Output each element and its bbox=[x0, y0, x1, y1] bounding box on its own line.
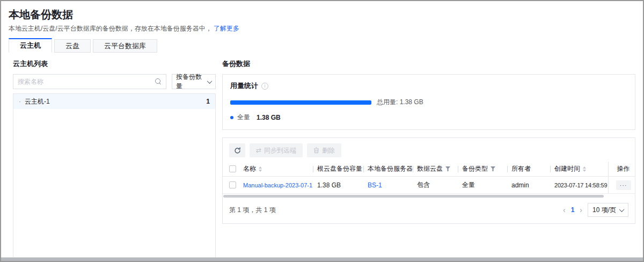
usage-title-row: 用量统计 bbox=[230, 81, 627, 91]
sort-by-backup-count-dropdown[interactable]: 按备份数量 bbox=[172, 74, 216, 89]
column-header-root-disk-capacity[interactable]: 根云盘备份容量 bbox=[313, 162, 363, 176]
prev-page-button[interactable]: ‹ bbox=[563, 206, 566, 214]
pager-controls: ‹ 1 › 10 项/页 bbox=[563, 203, 628, 217]
usage-progress-bar bbox=[230, 100, 371, 105]
host-list-item[interactable]: · 云主机-1 1 bbox=[13, 94, 215, 109]
host-backup-count: 1 bbox=[206, 98, 210, 105]
sync-button-label: 同步到远端 bbox=[264, 146, 296, 155]
window-horizontal-scrollbar[interactable] bbox=[1, 257, 643, 261]
host-list-panel: 云主机列表 按备份数量 · 云主机-1 1 bbox=[13, 59, 216, 262]
select-all-cell bbox=[223, 162, 239, 176]
info-icon[interactable] bbox=[261, 83, 268, 90]
page-size-label: 10 项/页 bbox=[592, 206, 616, 215]
filter-icon[interactable] bbox=[491, 166, 495, 171]
tab-label: 云平台数据库 bbox=[104, 41, 146, 51]
row-backup-type-cell: 全量 bbox=[458, 177, 507, 193]
delete-button[interactable]: 删除 bbox=[307, 143, 341, 157]
delete-button-label: 删除 bbox=[322, 146, 335, 155]
tab-cloud-host[interactable]: 云主机 bbox=[9, 38, 52, 53]
column-label: 根云盘备份容量 bbox=[317, 164, 362, 173]
sync-icon: ⇄ bbox=[256, 147, 261, 154]
next-page-button[interactable]: › bbox=[580, 206, 582, 214]
page-number-1[interactable]: 1 bbox=[571, 206, 575, 214]
pagination-summary: 第 1 项，共 1 项 bbox=[229, 206, 276, 215]
refresh-button[interactable] bbox=[229, 143, 245, 157]
row-created-cell: 2023-07-17 14:58:59 bbox=[550, 177, 608, 193]
select-all-checkbox[interactable] bbox=[229, 165, 236, 172]
column-header-actions: 操作 bbox=[608, 162, 638, 176]
row-size-cell: 1.38 GB bbox=[313, 177, 363, 193]
usage-stats-heading: 用量统计 bbox=[230, 81, 258, 91]
column-label: 本地备份服务器 bbox=[368, 164, 413, 173]
backup-table-card: ⇄ 同步到远端 删除 bbox=[222, 137, 635, 224]
sync-to-remote-button[interactable]: ⇄ 同步到远端 bbox=[250, 143, 303, 157]
row-actions-cell: ··· bbox=[608, 177, 638, 193]
host-list-controls: 按备份数量 bbox=[13, 74, 216, 89]
tabs-bar: 云主机 云盘 云平台数据库 bbox=[9, 38, 634, 53]
backup-server-link[interactable]: BS-1 bbox=[368, 181, 382, 189]
column-header-created-time[interactable]: 创建时间 bbox=[550, 162, 608, 176]
column-label: 所有者 bbox=[511, 164, 531, 173]
chevron-down-icon bbox=[619, 207, 625, 212]
pagination-bar: 第 1 项，共 1 项 ‹ 1 › 10 项/页 bbox=[223, 198, 635, 223]
legend-value: 1.38 GB bbox=[257, 114, 281, 121]
row-checkbox-cell bbox=[223, 177, 239, 193]
row-data-disk-cell: 包含 bbox=[413, 177, 458, 193]
page-title: 本地备份数据 bbox=[9, 8, 634, 21]
sort-icon[interactable] bbox=[259, 166, 262, 172]
host-list: · 云主机-1 1 bbox=[13, 93, 216, 262]
filter-icon[interactable] bbox=[445, 166, 450, 171]
column-header-name[interactable]: 名称 bbox=[239, 162, 313, 176]
usage-legend: 全量 1.38 GB bbox=[230, 113, 627, 122]
usage-total-label: 总用量: 1.38 GB bbox=[377, 98, 423, 107]
page-subtitle: 本地云主机/云盘/云平台数据库的备份数据，存放在本地备份服务器中， 了解更多 bbox=[9, 24, 634, 33]
legend-label: 全量 bbox=[237, 113, 250, 122]
search-input[interactable] bbox=[18, 78, 155, 85]
column-header-local-backup-server: 本地备份服务器 bbox=[363, 162, 413, 176]
chevron-down-icon bbox=[207, 78, 213, 84]
column-label: 名称 bbox=[243, 164, 256, 173]
content-area: 云主机列表 按备份数量 · 云主机-1 1 备 bbox=[1, 53, 643, 262]
created-time-text: 2023-07-17 14:58:59 bbox=[554, 182, 607, 188]
column-header-owner: 所有者 bbox=[507, 162, 550, 176]
column-label: 操作 bbox=[617, 164, 630, 173]
app-window: 本地备份数据 本地云主机/云盘/云平台数据库的备份数据，存放在本地备份服务器中，… bbox=[0, 0, 644, 262]
search-icon[interactable] bbox=[155, 78, 162, 85]
table-header-row: 名称 根云盘备份容量 本地备份服务器 数据云盘 bbox=[223, 162, 635, 177]
column-label: 备份类型 bbox=[462, 164, 488, 173]
page-size-select[interactable]: 10 项/页 bbox=[588, 203, 628, 217]
column-label: 创建时间 bbox=[554, 164, 580, 173]
row-owner-cell: admin bbox=[507, 177, 550, 193]
sort-icon[interactable] bbox=[583, 166, 586, 172]
host-name: 云主机-1 bbox=[25, 97, 50, 106]
row-server-cell: BS-1 bbox=[363, 177, 413, 193]
column-header-backup-type[interactable]: 备份类型 bbox=[458, 162, 507, 176]
sort-dropdown-label: 按备份数量 bbox=[176, 72, 208, 91]
table-toolbar: ⇄ 同步到远端 删除 bbox=[223, 138, 635, 162]
learn-more-link[interactable]: 了解更多 bbox=[214, 25, 239, 32]
column-header-data-disk[interactable]: 数据云盘 bbox=[413, 162, 458, 176]
row-checkbox[interactable] bbox=[229, 181, 236, 188]
page-header: 本地备份数据 本地云主机/云盘/云平台数据库的备份数据，存放在本地备份服务器中，… bbox=[1, 1, 643, 53]
legend-dot-icon bbox=[230, 116, 233, 119]
host-list-title: 云主机列表 bbox=[13, 59, 216, 69]
tab-cloud-platform-db[interactable]: 云平台数据库 bbox=[93, 39, 157, 53]
tab-label: 云盘 bbox=[65, 41, 79, 51]
trash-icon bbox=[313, 147, 319, 154]
backup-table: 名称 根云盘备份容量 本地备份服务器 数据云盘 bbox=[223, 162, 635, 198]
tab-label: 云主机 bbox=[20, 41, 41, 50]
more-actions-button[interactable]: ··· bbox=[616, 180, 631, 190]
tree-node-dot: · bbox=[19, 98, 21, 105]
page-subtitle-text: 本地云主机/云盘/云平台数据库的备份数据，存放在本地备份服务器中， bbox=[9, 25, 212, 32]
backup-data-title: 备份数据 bbox=[222, 59, 635, 69]
row-name-cell: Manual-backup-2023-07-1... bbox=[239, 177, 313, 193]
backup-name-link[interactable]: Manual-backup-2023-07-1... bbox=[243, 182, 313, 188]
refresh-icon bbox=[234, 147, 241, 154]
column-label: 数据云盘 bbox=[417, 164, 443, 173]
usage-bar-row: 总用量: 1.38 GB bbox=[230, 98, 627, 107]
table-row: Manual-backup-2023-07-1... 1.38 GB BS-1 … bbox=[223, 177, 635, 194]
backup-data-panel: 备份数据 用量统计 总用量: 1.38 GB 全量 1.38 GB bbox=[222, 59, 635, 262]
usage-progress-fill bbox=[230, 100, 371, 105]
search-box bbox=[13, 74, 166, 89]
tab-cloud-disk[interactable]: 云盘 bbox=[54, 39, 91, 53]
